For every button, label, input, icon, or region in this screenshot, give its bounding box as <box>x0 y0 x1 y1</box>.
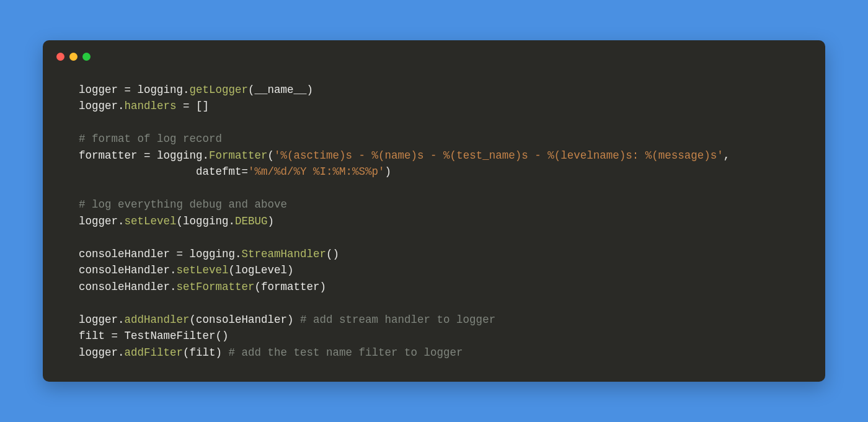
code-block: logger = logging.getLogger(__name__) log… <box>43 61 825 361</box>
titlebar <box>43 53 825 61</box>
code-window: logger = logging.getLogger(__name__) log… <box>43 40 825 382</box>
code-string: '%(asctime)s - %(name)s - %(test_name)s … <box>274 149 724 162</box>
code-text: logger. <box>79 100 125 112</box>
code-text: = [] <box>177 100 210 112</box>
code-text: setFormatter <box>177 281 255 293</box>
code-text: (__name__) <box>248 84 313 96</box>
code-comment: # log everything debug and above <box>79 198 287 211</box>
code-text: StreamHandler <box>242 248 327 260</box>
code-text: filt = TestNameFilter() <box>79 330 229 342</box>
code-text: handlers <box>125 100 177 112</box>
code-comment: # format of log record <box>79 133 222 145</box>
code-text: logger. <box>79 215 125 227</box>
code-text: ( <box>268 149 275 162</box>
code-comment: # add the test name filter to logger <box>229 346 463 359</box>
code-text: (logging. <box>177 215 236 227</box>
code-comment: # add stream handler to logger <box>300 314 495 326</box>
code-text: setLevel <box>177 264 229 276</box>
code-text: consoleHandler = logging. <box>79 248 242 260</box>
code-text: (formatter) <box>255 281 327 293</box>
code-text: datefmt= <box>79 165 248 178</box>
zoom-icon[interactable] <box>82 53 91 61</box>
minimize-icon[interactable] <box>69 53 78 61</box>
code-text: ) <box>268 215 275 227</box>
code-text: addFilter <box>125 346 184 359</box>
code-text: getLogger <box>190 84 249 96</box>
code-text: (logLevel) <box>229 264 294 276</box>
code-text: DEBUG <box>235 215 268 227</box>
code-text: (filt) <box>183 346 229 359</box>
code-text: ) <box>385 165 392 178</box>
code-text: logger = logging. <box>79 84 190 96</box>
code-text: consoleHandler. <box>79 281 177 293</box>
code-text: (consoleHandler) <box>190 314 301 326</box>
code-text: formatter = logging. <box>79 149 209 162</box>
code-text: setLevel <box>125 215 177 227</box>
code-text: , <box>724 149 730 162</box>
close-icon[interactable] <box>56 53 64 61</box>
code-text: logger. <box>79 346 125 359</box>
code-text: addHandler <box>125 314 190 326</box>
code-string: '%m/%d/%Y %I:%M:%S%p' <box>248 165 385 178</box>
code-text: logger. <box>79 314 125 326</box>
code-text: Formatter <box>209 149 268 162</box>
code-text: () <box>326 248 339 260</box>
code-text: consoleHandler. <box>79 264 177 276</box>
